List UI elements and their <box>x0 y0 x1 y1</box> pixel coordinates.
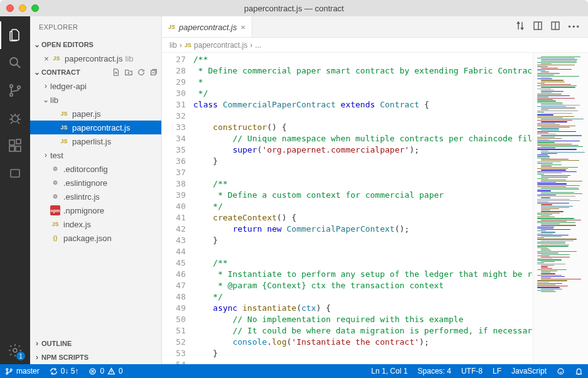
breadcrumb-more[interactable]: ... <box>255 41 261 50</box>
gear-file-icon: ⚙ <box>50 192 60 202</box>
open-editors-label: OPEN EDITORS <box>41 41 94 48</box>
svg-point-14 <box>6 368 8 370</box>
workspace-header[interactable]: ⌄ CONTRACT <box>30 65 161 79</box>
minimap[interactable] <box>533 53 588 364</box>
code-lines[interactable]: /** * Define commercial paper smart cont… <box>193 53 533 364</box>
svg-rect-9 <box>11 170 19 177</box>
error-icon <box>88 367 97 375</box>
activity-search[interactable] <box>0 49 30 77</box>
js-file-icon: JS <box>184 42 191 48</box>
sync-icon <box>50 367 58 375</box>
file-label: .eslintrc.js <box>63 192 100 202</box>
svg-point-4 <box>12 116 18 122</box>
activity-debug[interactable] <box>0 104 30 132</box>
file-npmignore[interactable]: npm .npmignore <box>30 203 161 217</box>
new-file-button[interactable] <box>111 67 121 77</box>
file-package-json[interactable]: {} package.json <box>30 231 161 245</box>
file-papercontract-js[interactable]: JS papercontract.js <box>30 121 161 134</box>
notifications-button[interactable] <box>570 364 588 378</box>
refresh-button[interactable] <box>136 67 146 77</box>
folder-lib[interactable]: ⌄ lib <box>30 93 161 107</box>
svg-point-3 <box>18 86 20 89</box>
smiley-icon <box>557 367 565 375</box>
folder-ledger-api[interactable]: › ledger-api <box>30 79 161 93</box>
more-actions-button[interactable]: ••• <box>568 22 580 31</box>
chevron-down-icon: ⌄ <box>41 95 50 104</box>
file-eslintrc[interactable]: ⚙ .eslintrc.js <box>30 190 161 203</box>
workspace-tools <box>111 67 159 77</box>
file-label: package.json <box>63 234 112 243</box>
branch-indicator[interactable]: master <box>0 364 45 378</box>
language-indicator[interactable]: JavaScript <box>506 364 552 378</box>
svg-point-0 <box>10 58 18 65</box>
breadcrumb-file[interactable]: papercontract.js <box>194 41 247 50</box>
sync-text: 0↓ 5↑ <box>61 367 79 375</box>
gear-file-icon: ⚙ <box>50 178 60 188</box>
cursor-position[interactable]: Ln 1, Col 1 <box>366 364 413 378</box>
new-folder-button[interactable] <box>124 67 134 77</box>
warning-icon <box>107 367 115 375</box>
encoding-indicator[interactable]: UTF-8 <box>456 364 488 378</box>
file-paper-js[interactable]: JS paper.js <box>30 107 161 121</box>
square-icon <box>8 166 23 181</box>
collapse-all-button[interactable] <box>149 67 159 77</box>
npm-scripts-header[interactable]: › NPM SCRIPTS <box>30 350 161 364</box>
problems-indicator[interactable]: 0 0 <box>83 364 127 378</box>
open-editor-item[interactable]: × JS papercontract.js lib <box>30 51 161 65</box>
chevron-right-icon: › <box>41 82 50 90</box>
chevron-right-icon: › <box>33 339 41 348</box>
errors-count: 0 <box>100 367 104 375</box>
activity-settings[interactable]: 1 <box>0 337 30 364</box>
npm-scripts-label: NPM SCRIPTS <box>41 354 88 361</box>
folder-label: test <box>50 151 63 160</box>
split-editor-button[interactable] <box>533 21 543 33</box>
bell-icon <box>575 367 583 375</box>
file-editorconfig[interactable]: ⚙ .editorconfig <box>30 162 161 176</box>
open-editors-header[interactable]: ⌄ OPEN EDITORS <box>30 38 161 51</box>
chevron-down-icon: ⌄ <box>33 40 41 49</box>
folder-test[interactable]: › test <box>30 148 161 162</box>
indentation-indicator[interactable]: Spaces: 4 <box>413 364 456 378</box>
svg-rect-12 <box>534 22 542 30</box>
svg-point-1 <box>10 85 13 87</box>
editor-area: JS papercontract.js × ••• lib › JS paper… <box>162 16 588 364</box>
activity-extensions[interactable] <box>0 132 30 159</box>
close-window-button[interactable] <box>6 4 14 12</box>
close-editor-icon[interactable]: × <box>41 54 51 63</box>
activity-explorer[interactable] <box>0 21 30 49</box>
line-gutter: 27 28 29 30 31 32 33 34 35 36 37 38 39 4… <box>162 53 193 364</box>
feedback-button[interactable] <box>552 364 570 378</box>
breadcrumb[interactable]: lib › JS papercontract.js › ... <box>162 38 588 53</box>
js-file-icon: JS <box>59 109 69 119</box>
file-eslintignore[interactable]: ⚙ .eslintignore <box>30 176 161 190</box>
file-paperlist-js[interactable]: JS paperlist.js <box>30 134 161 148</box>
js-file-icon: JS <box>50 219 60 229</box>
activity-source-control[interactable] <box>0 77 30 104</box>
chevron-right-icon: › <box>179 41 182 50</box>
breadcrumb-lib[interactable]: lib <box>169 41 177 50</box>
outline-header[interactable]: › OUTLINE <box>30 337 161 350</box>
zoom-window-button[interactable] <box>31 4 39 12</box>
layout-button[interactable] <box>550 21 560 33</box>
svg-point-2 <box>10 94 13 96</box>
js-file-icon: JS <box>59 136 69 146</box>
file-index-js[interactable]: JS index.js <box>30 217 161 231</box>
svg-rect-8 <box>16 139 21 144</box>
minimize-window-button[interactable] <box>19 4 26 12</box>
file-label: papercontract.js <box>72 123 131 132</box>
activity-docker[interactable] <box>0 159 30 187</box>
workspace-label: CONTRACT <box>41 68 80 76</box>
file-label: .eslintignore <box>63 178 107 188</box>
code-editor[interactable]: 27 28 29 30 31 32 33 34 35 36 37 38 39 4… <box>162 53 588 364</box>
compare-changes-button[interactable] <box>515 21 525 33</box>
eol-indicator[interactable]: LF <box>488 364 506 378</box>
tab-label: papercontract.js <box>179 23 237 32</box>
layout-icon <box>550 21 560 31</box>
sync-indicator[interactable]: 0↓ 5↑ <box>45 364 84 378</box>
branch-icon <box>8 83 23 98</box>
outline-label: OUTLINE <box>41 340 72 347</box>
svg-rect-6 <box>9 146 14 151</box>
close-tab-button[interactable]: × <box>241 23 246 32</box>
tab-papercontract[interactable]: JS papercontract.js × <box>162 16 252 37</box>
bug-icon <box>8 111 23 126</box>
